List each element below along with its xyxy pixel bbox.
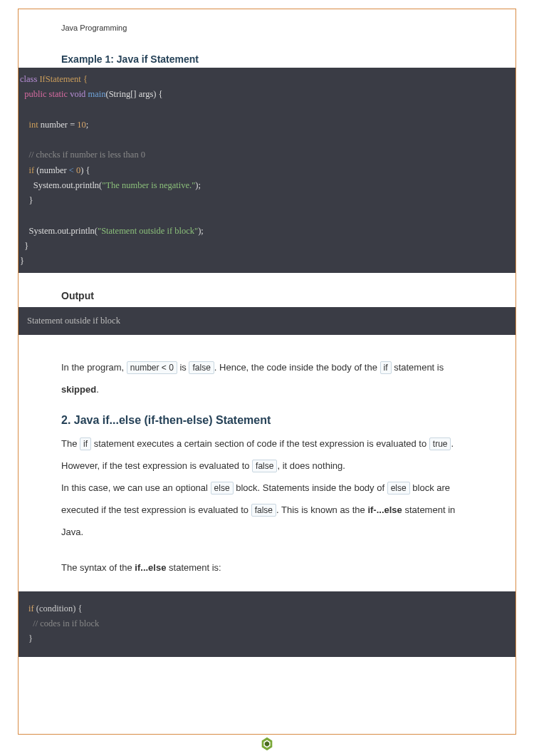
text: block. Statements inside the body of: [234, 482, 387, 493]
code-token: <: [69, 165, 74, 175]
content-area: Example 1: Java if Statement class IfSta…: [19, 53, 515, 657]
code-token: void: [70, 89, 85, 99]
inline-code: false: [251, 504, 276, 517]
text: . Hence, the code inside the body of the: [214, 362, 380, 373]
text: statement is: [392, 362, 444, 373]
code-token: }: [20, 256, 24, 266]
code-token: int: [29, 120, 38, 130]
code-token: );: [198, 226, 204, 236]
code-token: if: [29, 165, 35, 175]
inline-code: if: [80, 437, 91, 450]
code-token: class: [20, 74, 37, 84]
code-token: public static: [24, 89, 70, 99]
text-bold: if-...else: [367, 504, 402, 515]
text: The syntax of the: [61, 562, 135, 573]
section-2-para-1: The if statement executes a certain sect…: [61, 433, 473, 477]
code-block-1: class IfStatement { public static void m…: [19, 68, 515, 273]
code-token: ;: [86, 120, 88, 130]
code-token: }: [20, 241, 28, 251]
inline-code: false: [252, 460, 277, 472]
section-2-para-3: The syntax of the if...else statement is…: [61, 556, 473, 579]
code-token: IfStatement {: [37, 74, 88, 84]
inline-code: if: [380, 361, 392, 374]
code-token: (number: [34, 165, 69, 175]
code-token: 10: [77, 120, 86, 130]
example-title: Example 1: Java if Statement: [61, 53, 473, 65]
code-token: System.out.println(: [20, 180, 102, 190]
page-header: Java Programming: [61, 24, 515, 32]
output-title: Output: [61, 290, 473, 301]
section-2-para-2: In this case, we can use an optional els…: [61, 477, 473, 544]
code-token: number =: [38, 120, 78, 130]
text: . This is known as the: [276, 504, 367, 515]
code-token: if: [28, 604, 34, 613]
inline-code: number < 0: [127, 361, 177, 374]
text-bold: if...else: [135, 562, 166, 573]
code-token: ) {: [80, 165, 90, 175]
text: statement executes a certain section of …: [91, 438, 429, 449]
inline-code: false: [189, 361, 214, 374]
inline-code: else: [387, 482, 410, 494]
code-comment: // codes in if block: [28, 618, 99, 628]
footer-logo-icon: [259, 736, 275, 752]
text: , it does nothing.: [277, 460, 345, 471]
code-string: "Statement outside if block": [98, 226, 198, 236]
code-comment: // checks if number is less than 0: [29, 150, 146, 160]
text-bold: skipped: [61, 384, 96, 395]
code-token: System.out.println(: [20, 226, 98, 236]
syntax-block: if (condition) { // codes in if block }: [19, 591, 515, 657]
code-token: }: [28, 633, 33, 643]
inline-code: else: [211, 482, 234, 494]
paragraph-1: In the program, number < 0 is false. Hen…: [61, 356, 473, 400]
text: The: [61, 438, 80, 449]
output-block: Statement outside if block: [19, 307, 515, 335]
code-token: 0: [74, 165, 80, 175]
code-token: (condition) {: [34, 604, 83, 613]
code-token: }: [20, 195, 33, 205]
inline-code: true: [429, 437, 451, 450]
code-string: "The number is negative.": [102, 180, 195, 190]
code-token: main: [85, 89, 105, 99]
text: In the program,: [61, 362, 127, 373]
code-token: );: [195, 180, 201, 190]
text: is: [177, 362, 189, 373]
page-container: Java Programming Example 1: Java if Stat…: [18, 9, 516, 735]
code-token: (String[] args) {: [105, 89, 162, 99]
section-2-title: 2. Java if...else (if-then-else) Stateme…: [61, 414, 473, 427]
text: .: [96, 384, 99, 395]
text: In this case, we can use an optional: [61, 482, 211, 493]
text: statement is:: [166, 562, 221, 573]
